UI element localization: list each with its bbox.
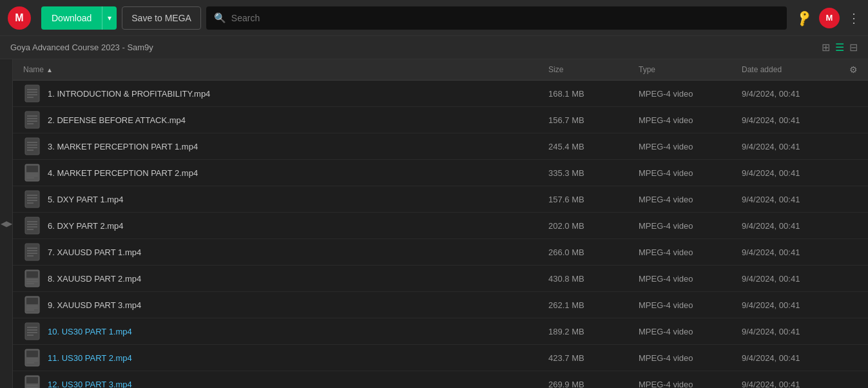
table-row[interactable]: 9. XAUUSD PART 3.mp4 262.1 MB MPEG-4 vid… [13, 292, 868, 318]
file-name-cell: 11. US30 PART 2.mp4 [23, 349, 548, 367]
table-body: 1. INTRODUCTION & PROFITABILITY.mp4 168.… [13, 81, 868, 388]
svg-rect-10 [25, 138, 39, 155]
svg-rect-0 [25, 85, 39, 102]
file-icon [23, 322, 41, 340]
download-button[interactable]: Download [41, 6, 102, 30]
file-name-label: 12. US30 PART 3.mp4 [48, 380, 132, 389]
table-row[interactable]: 5. DXY PART 1.mp4 157.6 MB MPEG-4 video … [13, 186, 868, 213]
file-date: 9/4/2024, 00:41 [742, 89, 858, 99]
file-name-label: 2. DEFENSE BEFORE ATTACK.mp4 [48, 115, 186, 125]
svg-rect-36 [26, 271, 38, 278]
file-icon [23, 243, 41, 261]
file-size: 168.1 MB [548, 89, 639, 99]
sort-icon: ▲ [46, 66, 53, 73]
file-type: MPEG-4 video [639, 380, 742, 389]
table-row[interactable]: 8. XAUUSD PART 2.mp4 430.8 MB MPEG-4 vid… [13, 266, 868, 292]
column-header-date[interactable]: Date added ⚙ [742, 64, 858, 75]
file-type: MPEG-4 video [639, 142, 742, 151]
topbar: M Download ▾ Save to MEGA 🔍 🔑 M ⋮ [0, 0, 868, 36]
file-name-label: 4. MARKET PERCEPTION PART 2.mp4 [48, 168, 198, 178]
file-date: 9/4/2024, 00:41 [742, 327, 858, 336]
view-icons: ⊞ ☰ ⊟ [822, 41, 858, 53]
file-name-label: 1. INTRODUCTION & PROFITABILITY.mp4 [48, 89, 210, 99]
breadcrumb: Goya Advanced Course 2023 - Sam9y [10, 43, 153, 52]
file-size: 335.3 MB [548, 168, 639, 178]
svg-rect-16 [26, 166, 38, 172]
list-view-icon[interactable]: ☰ [835, 41, 844, 53]
table-row[interactable]: 12. US30 PART 3.mp4 269.9 MB MPEG-4 vide… [13, 371, 868, 388]
file-size: 262.1 MB [548, 300, 639, 310]
settings-icon[interactable]: ⚙ [849, 64, 858, 75]
file-name-label: 3. MARKET PERCEPTION PART 1.mp4 [48, 142, 198, 151]
mega-logo[interactable]: M [8, 6, 31, 30]
file-name-cell: 10. US30 PART 1.mp4 [23, 322, 548, 340]
file-name-label: 10. US30 PART 1.mp4 [48, 327, 132, 336]
more-menu-icon[interactable]: ⋮ [847, 10, 860, 26]
file-type: MPEG-4 video [639, 89, 742, 99]
file-date: 9/4/2024, 00:41 [742, 115, 858, 125]
breadcrumb-bar: Goya Advanced Course 2023 - Sam9y ⊞ ☰ ⊟ [0, 36, 868, 59]
file-icon [23, 164, 41, 182]
file-name-label: 6. DXY PART 2.mp4 [48, 221, 124, 231]
sidebar-handle[interactable]: ◀▶ [0, 59, 13, 388]
table-header: Name ▲ Size Type Date added ⚙ [13, 59, 868, 81]
table-row[interactable]: 11. US30 PART 2.mp4 423.7 MB MPEG-4 vide… [13, 345, 868, 371]
table-row[interactable]: 7. XAUUSD PART 1.mp4 266.0 MB MPEG-4 vid… [13, 239, 868, 266]
file-icon [23, 349, 41, 367]
file-date: 9/4/2024, 00:41 [742, 195, 858, 204]
file-size: 423.7 MB [548, 353, 639, 363]
avatar[interactable]: M [819, 8, 840, 28]
file-panel: Name ▲ Size Type Date added ⚙ [13, 59, 868, 388]
table-row[interactable]: 3. MARKET PERCEPTION PART 1.mp4 245.4 MB… [13, 133, 868, 160]
file-type: MPEG-4 video [639, 168, 742, 178]
main-content: ◀▶ Name ▲ Size Type Date added ⚙ [0, 59, 868, 388]
file-type: MPEG-4 video [639, 353, 742, 363]
file-type: MPEG-4 video [639, 247, 742, 257]
file-type: MPEG-4 video [639, 274, 742, 284]
table-row[interactable]: 6. DXY PART 2.mp4 202.0 MB MPEG-4 video … [13, 213, 868, 239]
svg-rect-45 [25, 323, 39, 340]
file-type: MPEG-4 video [639, 300, 742, 310]
file-name-cell: 12. US30 PART 3.mp4 [23, 375, 548, 388]
column-header-type[interactable]: Type [639, 65, 742, 74]
table-row[interactable]: 4. MARKET PERCEPTION PART 2.mp4 335.3 MB… [13, 160, 868, 186]
key-icon: 🔑 [795, 8, 814, 27]
file-icon [23, 111, 41, 129]
file-icon [23, 217, 41, 235]
search-input[interactable] [231, 13, 779, 23]
file-date: 9/4/2024, 00:41 [742, 300, 858, 310]
table-row[interactable]: 2. DEFENSE BEFORE ATTACK.mp4 156.7 MB MP… [13, 107, 868, 133]
table-row[interactable]: 1. INTRODUCTION & PROFITABILITY.mp4 168.… [13, 81, 868, 107]
file-size: 156.7 MB [548, 115, 639, 125]
collapse-icon: ◀▶ [1, 219, 12, 228]
svg-rect-51 [26, 351, 38, 357]
file-name-cell: 5. DXY PART 1.mp4 [23, 190, 548, 208]
download-dropdown-button[interactable]: ▾ [102, 6, 117, 30]
svg-rect-20 [25, 191, 39, 208]
file-size: 269.9 MB [548, 380, 639, 389]
column-header-name[interactable]: Name ▲ [23, 65, 548, 74]
svg-rect-25 [25, 217, 39, 234]
file-name-label: 11. US30 PART 2.mp4 [48, 353, 132, 363]
topbar-right: 🔑 M ⋮ [797, 8, 860, 28]
file-name-label: 9. XAUUSD PART 3.mp4 [48, 300, 141, 310]
file-date: 9/4/2024, 00:41 [742, 274, 858, 284]
search-bar: 🔍 [206, 6, 787, 30]
column-header-size[interactable]: Size [548, 65, 639, 74]
file-size: 157.6 MB [548, 195, 639, 204]
download-btn-group: Download ▾ [41, 6, 117, 30]
file-name-cell: 1. INTRODUCTION & PROFITABILITY.mp4 [23, 84, 548, 102]
file-type: MPEG-4 video [639, 327, 742, 336]
file-name-label: 8. XAUUSD PART 2.mp4 [48, 274, 141, 284]
thumbnail-view-icon[interactable]: ⊞ [822, 41, 830, 53]
save-to-mega-button[interactable]: Save to MEGA [122, 6, 201, 30]
file-type: MPEG-4 video [639, 221, 742, 231]
file-date: 9/4/2024, 00:41 [742, 247, 858, 257]
file-type: MPEG-4 video [639, 195, 742, 204]
file-icon [23, 84, 41, 102]
table-row[interactable]: 10. US30 PART 1.mp4 189.2 MB MPEG-4 vide… [13, 318, 868, 345]
file-icon [23, 296, 41, 314]
file-name-label: 5. DXY PART 1.mp4 [48, 195, 124, 204]
grid-view-icon[interactable]: ⊟ [849, 41, 858, 53]
svg-rect-56 [26, 377, 38, 383]
